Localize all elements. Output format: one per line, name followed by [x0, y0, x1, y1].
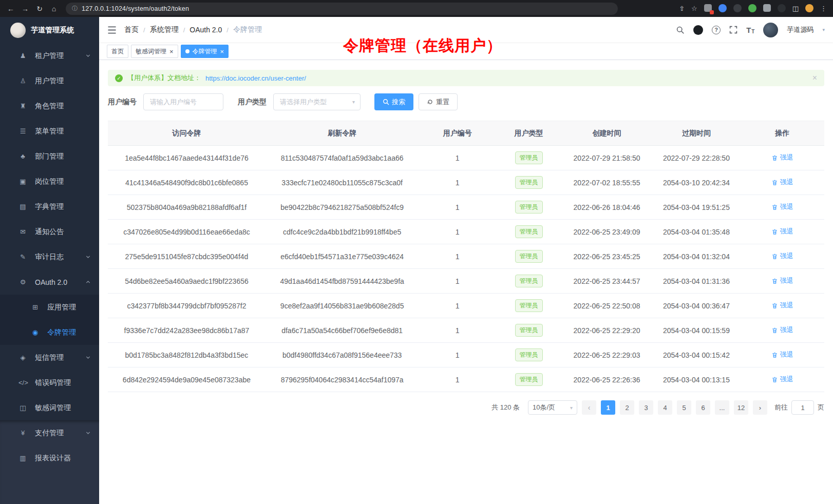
sidebar-item-app[interactable]: ⊞应用管理 [0, 295, 99, 320]
sidebar-item-sms[interactable]: ◈短信管理 [0, 345, 99, 370]
app-logo[interactable]: 芋道管理系统 [0, 17, 99, 43]
token-icon: ◉ [31, 328, 40, 336]
app-title: 芋道管理系统 [31, 26, 74, 35]
force-logout-button[interactable]: 强退 [771, 375, 793, 384]
side-panel-icon[interactable]: ◫ [792, 5, 799, 12]
search-form: 用户编号 用户类型 请选择用户类型 ▾ 搜索 重置 [108, 93, 824, 110]
page-number-button[interactable]: 4 [658, 400, 672, 415]
force-logout-button[interactable]: 强退 [771, 325, 793, 335]
alert-close-icon[interactable]: × [812, 73, 817, 83]
extension-icon-dark[interactable] [733, 4, 742, 13]
more-pages-button[interactable]: ... [715, 400, 729, 415]
force-logout-button[interactable]: 强退 [771, 153, 793, 162]
table-header-row: 访问令牌 刷新令牌 用户编号 用户类型 创建时间 过期时间 操作 [108, 121, 824, 146]
page-number-button[interactable]: 6 [696, 400, 710, 415]
create-time-cell: 2022-06-26 18:04:46 [561, 195, 652, 220]
extensions-puzzle-icon[interactable] [763, 4, 771, 13]
user-type-badge: 管理员 [515, 225, 543, 238]
page-number-button[interactable]: 2 [620, 400, 634, 415]
refresh-icon[interactable]: ↻ [35, 5, 44, 13]
help-icon[interactable]: ? [712, 26, 721, 34]
search-button[interactable]: 搜索 [374, 93, 413, 110]
breadcrumb-system[interactable]: 系统管理 [150, 25, 179, 34]
sidebar-item-user[interactable]: ♙用户管理 [0, 68, 99, 93]
share-icon[interactable]: ⇧ [679, 5, 685, 12]
address-bar[interactable]: ⓘ 127.0.0.1:1024/system/oauth2/token [66, 3, 618, 15]
extension-icon-red-badge[interactable] [704, 4, 712, 13]
delete-icon [771, 327, 778, 334]
sidebar-item-role[interactable]: ♜角色管理 [0, 93, 99, 119]
font-size-icon[interactable]: TT [746, 26, 754, 34]
sidebar-item-menu[interactable]: ☰菜单管理 [0, 119, 99, 144]
sidebar-item-tenant[interactable]: ♟租户管理 [0, 43, 99, 68]
sidebar-item-dept[interactable]: ♣部门管理 [0, 144, 99, 169]
site-info-icon[interactable]: ⓘ [72, 5, 78, 12]
sidebar-item-sensitive[interactable]: ◫敏感词管理 [0, 395, 99, 420]
user-type-cell: 管理员 [496, 244, 561, 269]
page-number-button[interactable]: 5 [677, 400, 691, 415]
user-type-cell: 管理员 [496, 146, 561, 170]
reset-button[interactable]: 重置 [419, 93, 458, 110]
back-icon[interactable]: ← [6, 5, 15, 13]
force-logout-button[interactable]: 强退 [771, 227, 793, 236]
fullscreen-icon[interactable] [729, 26, 737, 34]
user-name[interactable]: 芋道源码 [787, 25, 813, 34]
force-logout-button[interactable]: 强退 [771, 350, 793, 359]
force-logout-button[interactable]: 强退 [771, 301, 793, 310]
sidebar-item-pay[interactable]: ¥支付管理 [0, 420, 99, 445]
user-avatar[interactable] [763, 23, 778, 37]
sidebar-item-post[interactable]: ▣岗位管理 [0, 169, 99, 194]
goto-page-input[interactable] [791, 400, 814, 415]
github-icon[interactable] [693, 25, 703, 35]
page-number-button[interactable]: 1 [601, 400, 615, 415]
expire-time-cell: 2022-07-29 22:28:50 [652, 146, 741, 170]
force-logout-button[interactable]: 强退 [771, 251, 793, 261]
table-row: 275e5de9151045fe87cbdc395e004f4d e6cfd40… [108, 244, 824, 269]
sidebar-item-token[interactable]: ◉令牌管理 [0, 320, 99, 345]
next-page-button[interactable]: › [753, 400, 767, 415]
bookmark-star-icon[interactable]: ☆ [691, 5, 697, 12]
sidebar-item-oauth[interactable]: ⚙OAuth 2.0 [0, 269, 99, 295]
delete-icon [771, 228, 778, 235]
sidebar-item-label: 错误码管理 [35, 378, 91, 387]
sidebar-item-dict[interactable]: ▤字典管理 [0, 194, 99, 219]
close-icon[interactable]: × [220, 48, 224, 55]
tab-sensitive-words[interactable]: 敏感词管理 × [131, 45, 178, 58]
close-icon[interactable]: × [169, 48, 174, 55]
browser-menu-icon[interactable]: ⋮ [820, 5, 827, 12]
tab-home[interactable]: 首页 [107, 45, 128, 58]
collapse-sidebar-icon[interactable] [107, 26, 117, 34]
page-number-button[interactable]: 3 [639, 400, 653, 415]
home-icon[interactable]: ⌂ [49, 5, 59, 13]
delete-icon [771, 302, 778, 309]
browser-bar: ← → ↻ ⌂ ⓘ 127.0.0.1:1024/system/oauth2/t… [0, 0, 833, 17]
page-size-select[interactable]: 10条/页 ▾ [528, 400, 577, 415]
user-id-cell: 1 [419, 367, 496, 392]
sidebar-item-errcode[interactable]: </>错误码管理 [0, 370, 99, 395]
extension-icon-gray[interactable] [778, 4, 786, 13]
sidebar-item-audit[interactable]: ✎审计日志 [0, 244, 99, 269]
tab-token-management[interactable]: 令牌管理 × [181, 45, 229, 58]
sidebar-item-report[interactable]: ▥报表设计器 [0, 445, 99, 471]
breadcrumb-home[interactable]: 首页 [124, 25, 139, 34]
forward-icon[interactable]: → [21, 5, 30, 13]
sidebar-item-label: 字典管理 [35, 202, 91, 211]
force-logout-button[interactable]: 强退 [771, 276, 793, 285]
oauth-icon: ⚙ [18, 278, 27, 286]
expire-time-cell: 2054-03-04 00:13:15 [652, 367, 741, 392]
doc-link[interactable]: https://doc.iocoder.cn/user-center/ [205, 74, 306, 82]
user-id-input[interactable] [143, 93, 223, 110]
force-logout-button[interactable]: 强退 [771, 178, 793, 187]
user-menu-caret-icon[interactable]: ▾ [822, 27, 825, 32]
extension-icon-green[interactable] [748, 4, 756, 13]
search-icon[interactable] [676, 26, 685, 34]
page-number-button[interactable]: 12 [734, 400, 748, 415]
sidebar-item-notice[interactable]: ✉通知公告 [0, 219, 99, 244]
dict-icon: ▤ [18, 203, 27, 210]
extension-icon-blue[interactable] [718, 4, 727, 13]
force-logout-button[interactable]: 强退 [771, 202, 793, 211]
breadcrumb-oauth[interactable]: OAuth 2.0 [190, 26, 222, 34]
prev-page-button[interactable]: ‹ [582, 400, 596, 415]
profile-avatar-icon[interactable] [805, 4, 813, 13]
user-type-select[interactable]: 请选择用户类型 ▾ [273, 93, 361, 110]
